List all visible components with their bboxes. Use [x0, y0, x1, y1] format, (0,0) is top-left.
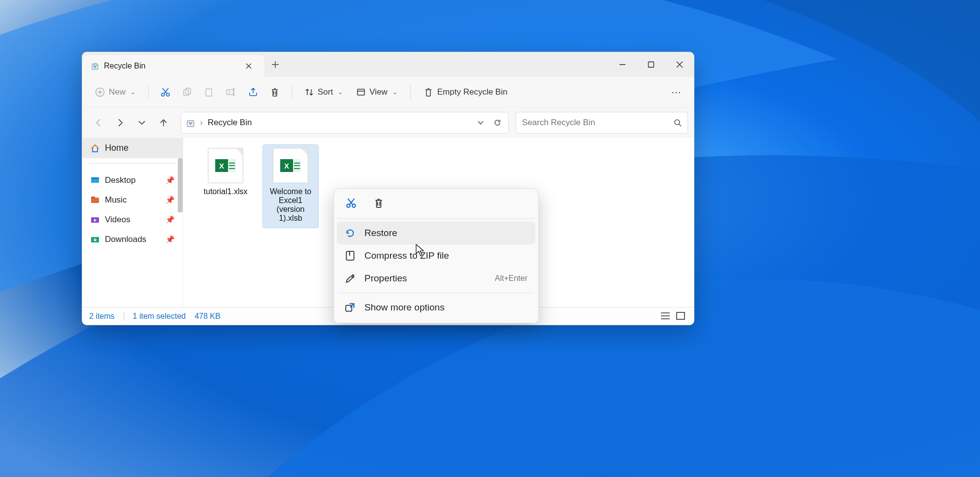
- cut-button[interactable]: [156, 83, 175, 101]
- file-item[interactable]: X tutorial1.xlsx: [198, 145, 253, 201]
- details-view-button[interactable]: [660, 312, 671, 321]
- toolbar: New ⌄ A Sort ⌄ View ⌄ Empty Recycle Bin …: [82, 77, 694, 107]
- status-selection: 1 item selected: [133, 312, 186, 321]
- home-icon: [90, 143, 100, 153]
- downloads-icon: [90, 235, 100, 244]
- svg-rect-8: [186, 88, 191, 94]
- svg-rect-13: [358, 89, 364, 95]
- cut-icon[interactable]: [345, 197, 358, 209]
- music-icon: [90, 195, 100, 205]
- share-button[interactable]: [243, 83, 263, 101]
- context-item-label: Properties: [364, 273, 407, 284]
- sidebar: Home Desktop 📌 Music 📌 Videos: [82, 138, 183, 307]
- titlebar: Recycle Bin: [82, 52, 694, 77]
- context-item-label: Compress to ZIP file: [364, 250, 449, 261]
- copy-button[interactable]: [177, 83, 197, 101]
- show-more-icon: [345, 302, 356, 313]
- more-button[interactable]: ⋯: [666, 82, 687, 102]
- pin-icon: 📌: [165, 215, 175, 224]
- sidebar-item-downloads[interactable]: Downloads 📌: [82, 230, 183, 249]
- status-item-count: 2 items: [89, 312, 115, 321]
- tab-recycle-bin[interactable]: Recycle Bin: [82, 55, 264, 77]
- excel-file-icon: X: [208, 148, 243, 183]
- close-button[interactable]: [665, 52, 694, 77]
- paste-button[interactable]: [199, 83, 219, 101]
- sidebar-item-music[interactable]: Music 📌: [82, 190, 183, 210]
- sidebar-item-label: Videos: [105, 215, 131, 225]
- sort-button[interactable]: Sort ⌄: [299, 83, 349, 101]
- search-input[interactable]: [522, 118, 674, 128]
- svg-rect-9: [206, 89, 212, 96]
- address-dropdown-button[interactable]: [475, 119, 487, 126]
- forward-button[interactable]: [114, 116, 127, 129]
- svg-rect-23: [677, 312, 685, 319]
- refresh-button[interactable]: [491, 119, 503, 127]
- maximize-button[interactable]: [637, 52, 665, 77]
- videos-icon: [90, 215, 100, 225]
- tab-title: Recycle Bin: [104, 62, 145, 70]
- rename-button[interactable]: A: [221, 83, 241, 101]
- svg-rect-17: [91, 177, 99, 179]
- sidebar-item-home[interactable]: Home: [82, 138, 183, 158]
- pin-icon: 📌: [165, 196, 175, 204]
- sidebar-item-videos[interactable]: Videos 📌: [82, 210, 183, 230]
- empty-recycle-bin-button[interactable]: Empty Recycle Bin: [418, 83, 514, 101]
- restore-icon: [345, 228, 356, 238]
- delete-icon[interactable]: [372, 197, 385, 209]
- recycle-bin-icon: [186, 118, 195, 127]
- context-menu-properties[interactable]: Properties Alt+Enter: [337, 267, 535, 290]
- chevron-down-icon: ⌄: [131, 89, 135, 96]
- file-name: tutorial1.xlsx: [204, 187, 248, 196]
- chevron-down-icon: ⌄: [338, 89, 343, 96]
- tab-close-button[interactable]: [242, 59, 256, 73]
- search-box[interactable]: [516, 112, 688, 134]
- sidebar-item-label: Music: [105, 195, 127, 205]
- status-size: 478 KB: [195, 312, 220, 321]
- context-menu-restore[interactable]: Restore: [337, 222, 535, 244]
- recent-button[interactable]: [135, 116, 148, 129]
- new-button[interactable]: New ⌄: [89, 83, 141, 101]
- chevron-right-icon: ›: [200, 118, 203, 128]
- window-controls: [608, 52, 694, 77]
- context-menu-show-more[interactable]: Show more options: [337, 296, 535, 319]
- file-name: Welcome to Excel1 (version 1).xlsb: [265, 187, 316, 223]
- file-item[interactable]: X Welcome to Excel1 (version 1).xlsb: [263, 145, 318, 228]
- breadcrumb-location[interactable]: Recycle Bin: [208, 118, 252, 128]
- scrollbar-thumb[interactable]: [178, 158, 183, 212]
- svg-rect-19: [91, 197, 95, 198]
- svg-rect-3: [649, 62, 654, 68]
- delete-button[interactable]: [265, 83, 285, 101]
- sidebar-item-desktop[interactable]: Desktop 📌: [82, 170, 183, 190]
- svg-rect-7: [184, 90, 189, 96]
- empty-label: Empty Recycle Bin: [437, 87, 508, 97]
- address-bar[interactable]: › Recycle Bin: [181, 112, 509, 134]
- svg-text:A: A: [228, 90, 231, 95]
- desktop-icon: [90, 175, 100, 185]
- svg-rect-1: [92, 64, 98, 69]
- search-icon: [674, 119, 682, 127]
- recycle-bin-icon: [91, 62, 99, 70]
- navbar: › Recycle Bin: [82, 107, 694, 138]
- new-tab-button[interactable]: [264, 52, 286, 77]
- view-label: View: [369, 87, 388, 97]
- zip-icon: [345, 250, 356, 261]
- context-item-shortcut: Alt+Enter: [495, 274, 527, 283]
- context-menu-compress[interactable]: Compress to ZIP file: [337, 244, 535, 267]
- sidebar-item-label: Home: [105, 143, 129, 153]
- sidebar-item-label: Downloads: [105, 235, 146, 244]
- pin-icon: 📌: [165, 176, 175, 185]
- back-button[interactable]: [92, 116, 105, 129]
- up-button[interactable]: [157, 116, 170, 129]
- view-button[interactable]: View ⌄: [351, 83, 403, 101]
- excel-file-icon: X: [273, 148, 308, 183]
- context-menu: Restore Compress to ZIP file Properties …: [333, 188, 539, 323]
- context-item-label: Show more options: [364, 302, 445, 313]
- minimize-button[interactable]: [608, 52, 637, 77]
- svg-rect-2: [93, 63, 97, 64]
- sidebar-item-label: Desktop: [105, 175, 135, 185]
- large-icons-view-button[interactable]: [676, 312, 687, 321]
- properties-icon: [345, 273, 356, 284]
- chevron-down-icon: ⌄: [392, 89, 397, 96]
- pin-icon: 📌: [165, 235, 175, 244]
- new-label: New: [109, 87, 126, 97]
